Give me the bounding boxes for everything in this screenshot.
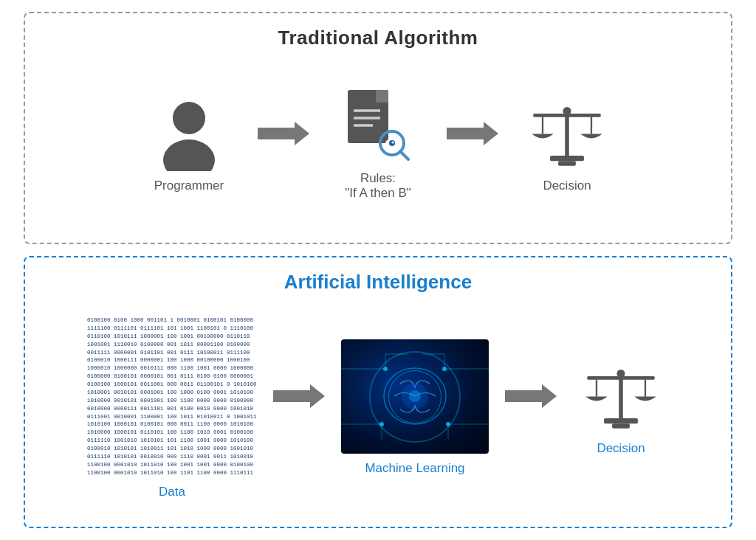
ml-image [341, 339, 489, 454]
svg-point-34 [379, 422, 384, 426]
svg-point-36 [384, 368, 446, 424]
rules-label: Rules: "If A then B" [345, 171, 411, 201]
svg-marker-39 [505, 384, 557, 408]
svg-marker-13 [447, 122, 498, 145]
svg-rect-42 [612, 423, 630, 428]
traditional-row: Programmer [47, 63, 709, 228]
svg-point-11 [392, 141, 394, 143]
bottom-title: Artificial Intelligence [284, 271, 472, 294]
programmer-block: Programmer [141, 97, 237, 193]
binary-data-icon: 0100100 0100 1000 001101 1 0010001 01001… [87, 316, 257, 477]
bottom-decision-block: Decision [573, 360, 669, 456]
svg-rect-4 [376, 90, 388, 103]
top-scales-icon [526, 97, 608, 171]
data-block: 0100100 0100 1000 001101 1 0010001 01001… [87, 316, 257, 499]
svg-point-1 [163, 139, 215, 171]
bottom-scales-icon [580, 360, 662, 434]
ai-box: Artificial Intelligence 0100100 0100 100… [24, 256, 732, 528]
svg-point-0 [173, 102, 205, 134]
svg-rect-44 [587, 376, 655, 380]
arrow-3-icon [273, 381, 325, 414]
svg-marker-21 [273, 384, 325, 408]
svg-rect-18 [533, 114, 601, 117]
svg-point-33 [442, 367, 447, 371]
svg-rect-40 [619, 375, 623, 419]
rules-block: Rules: "If A then B" [330, 90, 426, 201]
arrow-2-icon [447, 116, 498, 154]
doc-eye-icon [345, 90, 411, 164]
top-decision-label: Decision [543, 179, 591, 193]
svg-point-38 [409, 390, 421, 402]
svg-rect-14 [565, 112, 569, 156]
top-decision-block: Decision [519, 97, 615, 193]
svg-marker-2 [258, 122, 309, 145]
ml-label: Machine Learning [365, 461, 464, 476]
svg-rect-16 [558, 161, 576, 165]
data-label: Data [159, 485, 185, 499]
circuit-svg [341, 339, 489, 454]
ml-block: Machine Learning [341, 339, 489, 476]
programmer-label: Programmer [154, 179, 224, 193]
top-title: Traditional Algorithm [278, 27, 478, 49]
arrow-4-icon [505, 381, 557, 414]
main-container: Traditional Algorithm Programmer [24, 12, 732, 528]
svg-point-37 [402, 383, 428, 409]
traditional-algorithm-box: Traditional Algorithm Programmer [24, 12, 732, 244]
svg-rect-15 [550, 156, 584, 161]
svg-point-35 [446, 422, 450, 426]
arrow-1-icon [258, 116, 309, 154]
svg-line-12 [400, 151, 408, 159]
svg-rect-41 [604, 418, 638, 423]
svg-point-32 [383, 367, 388, 371]
ai-row: 0100100 0100 1000 001101 1 0010001 01001… [47, 304, 709, 512]
bottom-decision-label: Decision [597, 441, 645, 456]
programmer-icon [156, 97, 222, 171]
